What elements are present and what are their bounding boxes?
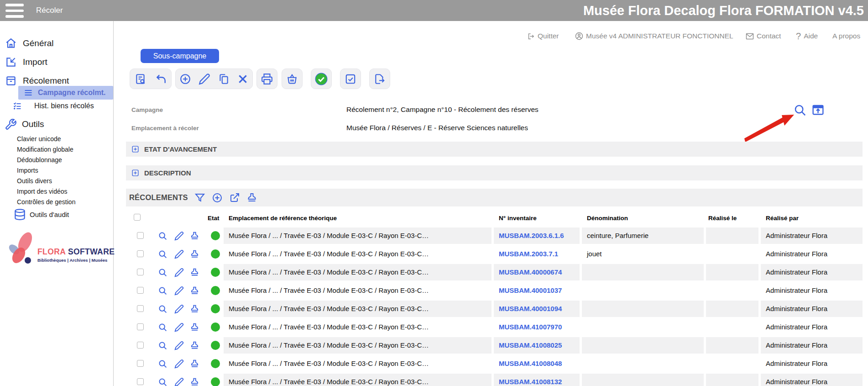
cell-realise-le [706, 282, 758, 299]
expand-icon[interactable] [131, 145, 139, 153]
row-checkbox[interactable] [137, 342, 144, 349]
sidebar-link-imports[interactable]: Imports [17, 165, 38, 176]
filter-icon[interactable] [194, 192, 205, 203]
expand-icon[interactable] [131, 169, 139, 177]
row-stamp-icon[interactable] [190, 268, 199, 277]
aide-link[interactable]: ? Aide [796, 30, 818, 42]
edit-button[interactable] [199, 73, 210, 85]
sidebar-link-dedoublonnage[interactable]: Dédoublonnage [17, 155, 62, 165]
sidebar-item-outils-audit[interactable]: Outils d'audit [14, 208, 69, 221]
menu-icon[interactable] [5, 4, 24, 18]
row-edit-icon[interactable] [174, 359, 184, 369]
section-recolements: RÉCOLEMENTS [126, 189, 863, 206]
col-header-inventaire: N° inventaire [499, 213, 537, 223]
delete-button[interactable] [237, 73, 249, 85]
row-view-icon[interactable] [158, 249, 167, 259]
row-edit-icon[interactable] [174, 323, 184, 332]
row-view-icon[interactable] [158, 323, 167, 332]
row-stamp-icon[interactable] [190, 231, 199, 241]
sidebar-item-campagne-recolmt[interactable]: Campagne récolmt. [18, 86, 113, 100]
sidebar-item-outils[interactable]: Outils [0, 116, 113, 133]
external-link-icon[interactable] [229, 192, 240, 203]
list-search-button[interactable] [135, 73, 146, 85]
sidebar-item-import[interactable]: Import [0, 53, 113, 71]
row-view-icon[interactable] [158, 286, 167, 296]
tab-sous-campagne[interactable]: Sous-campagne [141, 49, 219, 63]
cell-denomination: ceinture, Parfumerie [582, 227, 704, 244]
section-description[interactable]: DESCRIPTION [126, 165, 863, 180]
row-stamp-icon[interactable] [190, 286, 199, 296]
quitter-link[interactable]: Quitter [527, 30, 559, 42]
home-icon [5, 37, 17, 49]
table-row: Musée Flora / ... / Travée E-03 / Module… [0, 227, 868, 244]
cell-emplacement: Musée Flora / ... / Travée E-03 / Module… [224, 374, 492, 386]
table-row: Musée Flora / ... / Travée E-03 / Module… [0, 337, 868, 354]
row-checkbox[interactable] [137, 287, 144, 294]
row-edit-icon[interactable] [174, 249, 184, 259]
row-checkbox[interactable] [137, 250, 144, 257]
checkbox-button[interactable] [345, 73, 356, 85]
app: Récoler Musée Flora Decalog Flora FORMAT… [0, 0, 868, 386]
add-recolement-icon[interactable] [212, 192, 223, 203]
apropos-link[interactable]: A propos [832, 30, 860, 42]
row-checkbox[interactable] [137, 269, 144, 275]
row-stamp-icon[interactable] [190, 377, 199, 386]
sidebar-link-import-videos[interactable]: Import des vidéos [17, 186, 68, 197]
row-checkbox[interactable] [137, 305, 144, 312]
undo-button[interactable] [155, 73, 167, 85]
sidebar-item-general[interactable]: Général [0, 35, 113, 52]
row-edit-icon[interactable] [174, 341, 184, 350]
emplacement-value: Musée Flora / Réserves / E - Réserve Sci… [346, 124, 528, 132]
row-stamp-icon[interactable] [190, 359, 199, 369]
export-button[interactable] [374, 73, 386, 85]
row-view-icon[interactable] [158, 341, 167, 350]
row-view-icon[interactable] [158, 304, 167, 314]
row-edit-icon[interactable] [174, 304, 184, 314]
select-all-checkbox[interactable] [134, 214, 141, 221]
cell-inventaire[interactable]: MUSBAM.41008025 [494, 337, 580, 354]
row-checkbox[interactable] [137, 323, 144, 330]
row-edit-icon[interactable] [174, 268, 184, 277]
table-row: Musée Flora / ... / Travée E-03 / Module… [0, 374, 868, 386]
col-header-emplacement: Emplacement de référence théorique [229, 213, 337, 223]
stamp-icon[interactable] [246, 192, 257, 203]
cell-denomination [582, 337, 704, 354]
sidebar-link-controles-gestion[interactable]: Contrôles de gestion [17, 197, 75, 207]
row-view-icon[interactable] [158, 231, 167, 241]
validate-button[interactable] [315, 73, 328, 85]
cell-inventaire[interactable]: MUSBAM.40001094 [494, 301, 580, 317]
open-window-icon[interactable] [811, 103, 825, 116]
row-stamp-icon[interactable] [190, 304, 199, 314]
contact-link[interactable]: Contact [746, 30, 781, 42]
cell-inventaire[interactable]: MUSBAM.2003.7.1 [494, 246, 580, 262]
basket-button[interactable] [286, 73, 298, 85]
row-checkbox[interactable] [137, 232, 144, 239]
row-view-icon[interactable] [158, 377, 167, 386]
user-menu[interactable]: Musée v4 ADMINISTRATEUR FONCTIONNEL [575, 30, 733, 42]
row-view-icon[interactable] [158, 359, 167, 369]
row-stamp-icon[interactable] [190, 341, 199, 350]
status-dot [211, 304, 220, 313]
row-checkbox[interactable] [137, 360, 144, 367]
row-edit-icon[interactable] [174, 286, 184, 296]
cell-inventaire[interactable]: MUSBAM.40001037 [494, 282, 580, 299]
row-edit-icon[interactable] [174, 231, 184, 241]
row-stamp-icon[interactable] [190, 249, 199, 259]
row-view-icon[interactable] [158, 268, 167, 277]
sidebar-link-clavier-unicode[interactable]: Clavier unicode [17, 134, 61, 144]
print-button[interactable] [261, 73, 273, 85]
cell-inventaire[interactable]: MUSBAM.41008132 [494, 374, 580, 386]
cell-inventaire[interactable]: MUSBAM.41008048 [494, 355, 580, 372]
cell-inventaire[interactable]: MUSBAM.40000674 [494, 264, 580, 280]
row-stamp-icon[interactable] [190, 323, 199, 332]
copy-button[interactable] [218, 73, 230, 85]
add-button[interactable] [179, 73, 191, 85]
row-checkbox[interactable] [137, 378, 144, 385]
row-edit-icon[interactable] [174, 377, 184, 386]
cell-inventaire[interactable]: MUSBAM.2003.6.1.6 [494, 227, 580, 244]
sidebar-link-outils-divers[interactable]: Outils divers [17, 176, 52, 186]
sidebar-link-modification-globale[interactable]: Modification globale [17, 144, 73, 155]
cell-inventaire[interactable]: MUSBAM.41007970 [494, 319, 580, 335]
sidebar-item-hist-biens[interactable]: Hist. biens récolés [13, 100, 113, 112]
section-etat-avancement[interactable]: ETAT D'AVANCEMENT [126, 142, 863, 157]
